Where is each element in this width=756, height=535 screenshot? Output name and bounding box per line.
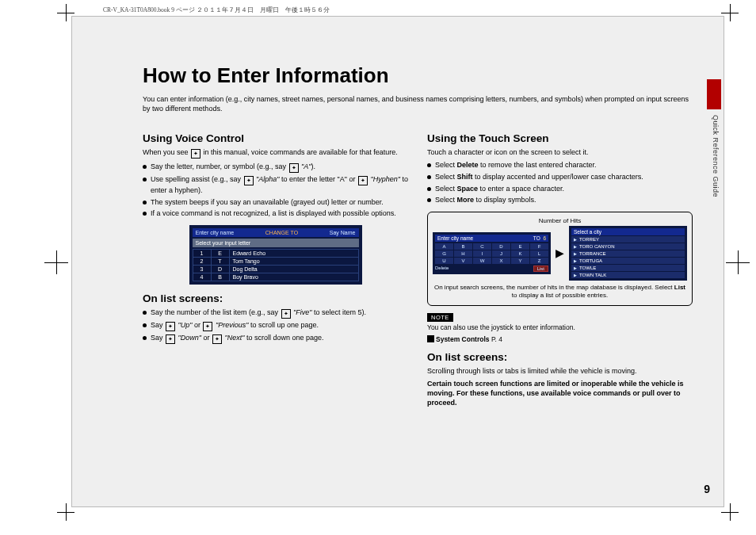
voice-bullet: If a voice command is not recognized, a … — [143, 208, 408, 219]
list-row: 3DDog Delta — [193, 266, 358, 273]
voice-bullet: The system beeps if you say an unavailab… — [143, 197, 408, 208]
book-icon — [427, 335, 434, 342]
intro-paragraph: You can enter information (e.g., city na… — [143, 94, 693, 113]
book-build-id: CR-V_KA-31T0A800.book 9 ページ ２０１１年７月４日 月曜… — [103, 6, 330, 14]
list-button: List — [533, 266, 548, 272]
voice-command-icon: ✦ — [281, 309, 291, 319]
list-row: 4BBoy Bravo — [193, 273, 358, 281]
voice-command-icon: ✦ — [212, 334, 222, 344]
voice-list-bullet: Say ✦ "Up" or ✦ "Previous" to scroll up … — [143, 320, 408, 331]
voice-bullet: Use spelling assist (e.g., say ✦ "Alpha"… — [143, 174, 408, 196]
cross-reference: System Controls P. 4 — [427, 335, 693, 343]
touch-bullet: Select Shift to display accented and upp… — [427, 172, 693, 182]
screenshot-hits-box: Number of Hits Enter city nameTO 6 ABCDE… — [427, 212, 693, 306]
touch-list-warning: Certain touch screen functions are limit… — [427, 379, 693, 407]
touch-bullet: Select Delete to remove the last entered… — [427, 160, 693, 170]
voice-command-icon: ✦ — [166, 322, 175, 331]
screenshot-city-list: Select a city TORREYTORO CANYONTORRANCET… — [569, 226, 687, 281]
page-content: How to Enter Information You can enter i… — [143, 63, 693, 487]
touch-bullet: Select Space to enter a space character. — [427, 184, 693, 194]
page-title: How to Enter Information — [143, 63, 693, 88]
register-cross-icon — [44, 250, 68, 274]
section-tab — [707, 79, 721, 109]
touch-list-lead: Scrolling through lists or tabs is limit… — [427, 366, 693, 376]
voice-command-icon: ✦ — [358, 176, 368, 185]
screenshot-voice-list: Enter city name CHANGE TO Say Name Selec… — [189, 225, 362, 285]
voice-command-icon: ✦ — [191, 149, 200, 159]
voice-lead: When you see ✦ in this manual, voice com… — [143, 147, 408, 159]
list-row: 2TTom Tango — [193, 258, 358, 266]
screenshot-keyboard: Enter city nameTO 6 ABCDEFGHIJKLUVWXYZ D… — [433, 232, 551, 274]
hits-callout-label: Number of Hits — [433, 217, 687, 224]
note-text: You can also use the joystick to enter i… — [427, 323, 693, 332]
voice-command-icon: ✦ — [244, 176, 254, 185]
note-tag: NOTE — [427, 313, 453, 322]
voice-command-icon: ✦ — [289, 163, 299, 173]
heading-touch-screen: Using the Touch Screen — [427, 132, 693, 144]
screenshot-caption: On input search screens, the number of h… — [433, 284, 687, 300]
arrow-right-icon: ▶ — [556, 246, 564, 259]
heading-on-list-touch: On list screens: — [427, 351, 693, 363]
list-row: 1EEdward Echo — [193, 250, 358, 258]
page-number: 9 — [704, 483, 710, 495]
voice-command-icon: ✦ — [166, 334, 175, 344]
voice-command-icon: ✦ — [203, 322, 212, 331]
register-cross-icon — [726, 250, 750, 274]
touch-bullet: Select More to display symbols. — [427, 195, 693, 205]
touch-lead: Touch a character or icon on the screen … — [427, 147, 693, 157]
voice-list-bullet: Say the number of the list item (e.g., s… — [143, 308, 408, 319]
heading-voice-control: Using Voice Control — [143, 132, 408, 144]
voice-bullet: Say the letter, number, or symbol (e.g.,… — [143, 162, 408, 173]
section-side-label: Quick Reference Guide — [712, 115, 720, 197]
voice-list-bullet: Say ✦ "Down" or ✦ "Next" to scroll down … — [143, 333, 408, 344]
note-block: NOTE You can also use the joystick to en… — [427, 312, 693, 343]
heading-on-list-voice: On list screens: — [143, 292, 408, 304]
